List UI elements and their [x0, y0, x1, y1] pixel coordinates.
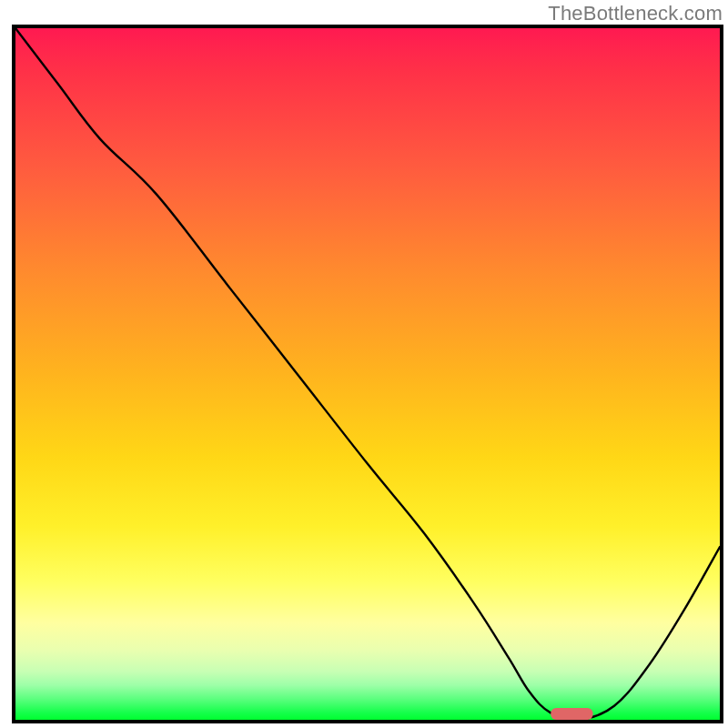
watermark-text: TheBottleneck.com	[548, 2, 723, 25]
optimal-marker	[551, 708, 592, 720]
curve-path	[15, 28, 720, 720]
bottleneck-curve	[15, 28, 720, 720]
chart-plot-area	[12, 25, 723, 723]
